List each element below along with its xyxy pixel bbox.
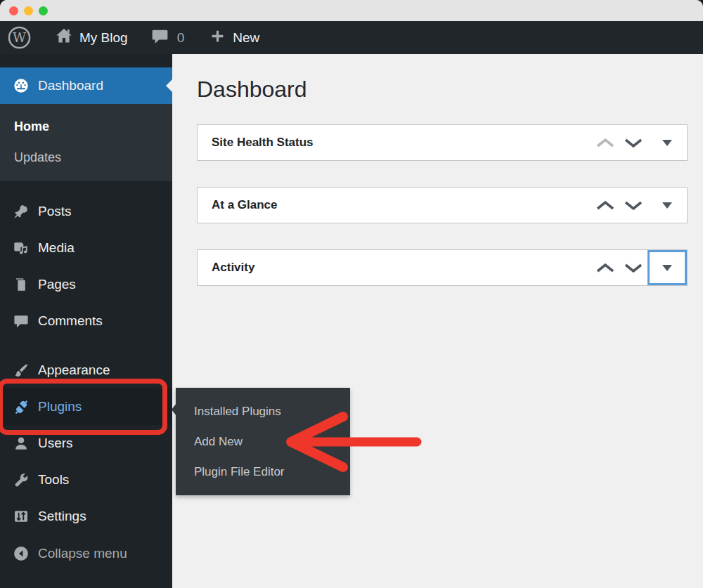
move-down-button[interactable]	[619, 125, 647, 160]
sidebar-item-plugins[interactable]: Plugins	[0, 388, 172, 425]
sidebar-item-label: Users	[38, 436, 73, 451]
flyout-item-add-new[interactable]: Add New	[176, 426, 350, 457]
sidebar-item-posts[interactable]: Posts	[0, 193, 172, 230]
panel-controls	[591, 250, 687, 285]
new-label: New	[233, 30, 259, 46]
sidebar-item-users[interactable]: Users	[0, 425, 172, 462]
wp-admin-sidebar: Dashboard Home Updates Posts	[0, 54, 172, 588]
move-up-button[interactable]	[591, 250, 619, 285]
flyout-item-plugin-file-editor[interactable]: Plugin File Editor	[176, 457, 350, 487]
macos-titlebar	[0, 0, 703, 21]
panel-site-health: Site Health Status	[197, 124, 688, 161]
collapse-menu-label: Collapse menu	[38, 546, 127, 561]
sidebar-item-settings[interactable]: Settings	[0, 498, 172, 535]
dashboard-icon	[13, 78, 30, 93]
comments-shortcut[interactable]: 0	[151, 27, 185, 48]
sliders-icon	[13, 509, 30, 524]
svg-text:W: W	[13, 30, 27, 45]
sidebar-item-media[interactable]: Media	[0, 230, 172, 266]
plug-icon	[13, 399, 30, 414]
panel-controls	[591, 125, 687, 160]
pages-icon	[13, 277, 30, 292]
move-up-button[interactable]	[591, 188, 619, 223]
panel-title: Site Health Status	[198, 136, 314, 150]
triangle-down-icon	[662, 265, 672, 271]
sidebar-item-comments[interactable]: Comments	[0, 303, 172, 339]
panel-title: At a Glance	[198, 198, 278, 212]
sidebar-item-label: Pages	[38, 277, 76, 292]
pin-icon	[13, 204, 30, 219]
move-down-button[interactable]	[619, 188, 647, 223]
comment-bubble-icon	[151, 27, 169, 48]
panel-activity: Activity	[197, 249, 688, 286]
wordpress-admin-window: W My Blog 0	[0, 0, 703, 588]
dashboard-submenu: Home Updates	[0, 104, 172, 181]
sidebar-item-tools[interactable]: Tools	[0, 462, 172, 498]
sidebar-item-label: Posts	[38, 204, 72, 219]
submenu-item-updates[interactable]: Updates	[0, 142, 172, 173]
page-title: Dashboard	[197, 75, 703, 103]
zoom-window-button[interactable]	[39, 6, 48, 15]
media-icon	[13, 240, 30, 256]
menu-separator	[0, 339, 172, 352]
new-content-button[interactable]: New	[210, 29, 259, 47]
collapse-panel-button[interactable]	[647, 188, 687, 223]
sidebar-item-label: Comments	[38, 313, 103, 329]
comment-icon	[13, 313, 30, 329]
wp-admin-bar: W My Blog 0	[0, 21, 703, 54]
sidebar-item-dashboard[interactable]: Dashboard	[0, 67, 172, 104]
brush-icon	[13, 362, 30, 378]
wordpress-logo-icon[interactable]: W	[8, 26, 31, 49]
sidebar-item-label: Dashboard	[38, 78, 103, 93]
user-icon	[13, 436, 30, 451]
sidebar-item-label: Media	[38, 240, 75, 256]
dashboard-widgets: Site Health Status At a Glance	[197, 124, 688, 286]
site-link[interactable]: My Blog	[56, 27, 128, 48]
menu-separator	[0, 181, 172, 193]
wrench-icon	[13, 472, 30, 488]
triangle-down-icon	[662, 202, 672, 209]
sidebar-item-label: Appearance	[38, 362, 110, 378]
site-name: My Blog	[79, 30, 128, 46]
panel-controls	[591, 188, 687, 223]
sidebar-item-label: Plugins	[38, 399, 82, 414]
triangle-down-icon	[662, 140, 672, 146]
flyout-item-installed-plugins[interactable]: Installed Plugins	[176, 396, 350, 426]
move-down-button[interactable]	[619, 250, 647, 285]
minimize-window-button[interactable]	[24, 6, 33, 15]
collapse-icon	[13, 546, 30, 561]
collapse-panel-button[interactable]	[647, 250, 687, 285]
sidebar-item-pages[interactable]: Pages	[0, 266, 172, 303]
collapse-menu-button[interactable]: Collapse menu	[0, 536, 172, 571]
comments-count: 0	[177, 30, 185, 46]
panel-title: Activity	[198, 261, 254, 275]
panel-at-a-glance: At a Glance	[197, 187, 688, 223]
main-content: Dashboard Site Health Status At a	[172, 54, 703, 588]
plugins-flyout-menu: Installed Plugins Add New Plugin File Ed…	[176, 388, 350, 495]
submenu-item-home[interactable]: Home	[0, 111, 172, 142]
home-icon	[56, 27, 72, 48]
sidebar-item-appearance[interactable]: Appearance	[0, 352, 172, 388]
plus-icon	[210, 29, 225, 47]
close-window-button[interactable]	[9, 6, 18, 15]
sidebar-item-label: Settings	[38, 509, 86, 524]
sidebar-item-label: Tools	[38, 472, 69, 488]
collapse-panel-button[interactable]	[647, 125, 687, 160]
move-up-button[interactable]	[591, 125, 619, 160]
